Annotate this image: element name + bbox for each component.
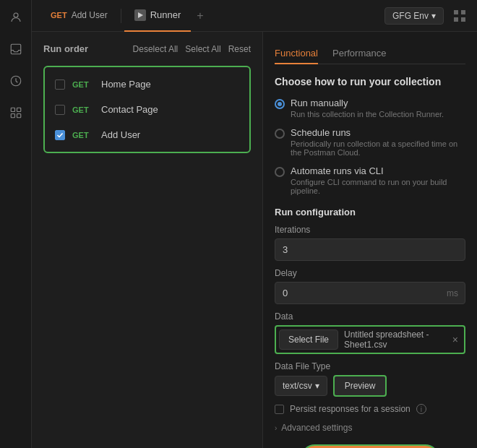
data-label: Data xyxy=(275,311,465,322)
schedule-runs-desc: Periodically run collection at a specifi… xyxy=(291,139,465,157)
method-badge-get: GET xyxy=(51,11,67,20)
env-selector[interactable]: GFG Env ▾ xyxy=(384,7,444,25)
persist-label: Persist responses for a session xyxy=(290,404,411,414)
tab-performance[interactable]: Performance xyxy=(332,43,386,64)
file-type-select[interactable]: text/csv ▾ xyxy=(275,376,327,396)
list-item[interactable]: GET Home Page xyxy=(51,73,244,95)
run-order-header: Run order Deselect All Select All Reset xyxy=(43,43,251,54)
file-name: Untitled spreadsheet - Sheet1.csv xyxy=(344,329,444,350)
list-item[interactable]: GET Add User xyxy=(51,124,244,146)
item2-method: GET xyxy=(72,105,94,114)
preview-button[interactable]: Preview xyxy=(333,375,387,397)
tab-functional[interactable]: Functional xyxy=(275,43,318,64)
schedule-runs-option[interactable]: Schedule runs Periodically run collectio… xyxy=(275,127,465,157)
svg-marker-7 xyxy=(138,12,143,18)
item2-checkbox[interactable] xyxy=(55,105,65,115)
tab-label: Add User xyxy=(72,10,108,20)
run-manually-desc: Run this collection in the Collection Ru… xyxy=(291,110,444,119)
run-manually-radio[interactable] xyxy=(275,99,285,109)
advanced-settings-label: Advanced settings xyxy=(281,423,352,433)
data-row: Select File Untitled spreadsheet - Sheet… xyxy=(275,325,465,354)
user-icon[interactable] xyxy=(6,7,26,27)
run-manually-option[interactable]: Run manually Run this collection in the … xyxy=(275,98,465,119)
file-type-row: text/csv ▾ Preview xyxy=(275,375,465,397)
items-list: GET Home Page GET Contact Page GET Add U… xyxy=(43,66,251,153)
inbox-icon[interactable] xyxy=(6,39,26,59)
svg-rect-8 xyxy=(454,10,458,14)
chevron-right-icon: › xyxy=(275,424,277,432)
svg-rect-6 xyxy=(17,114,20,118)
svg-rect-4 xyxy=(17,108,20,111)
automate-cli-radio[interactable] xyxy=(275,167,285,177)
automate-cli-option[interactable]: Automate runs via CLI Configure CLI comm… xyxy=(275,165,465,195)
runner-label: Runner xyxy=(150,9,181,20)
run-btn-wrapper: Run Geeks for Geeks xyxy=(275,444,465,448)
item3-checkbox[interactable] xyxy=(55,130,65,140)
svg-rect-10 xyxy=(454,17,458,22)
persist-checkbox[interactable] xyxy=(275,405,284,414)
svg-point-0 xyxy=(14,13,18,17)
delay-wrapper: ms xyxy=(275,282,465,304)
tabs: Functional Performance xyxy=(275,43,465,64)
left-panel: Run order Deselect All Select All Reset … xyxy=(32,32,263,448)
automate-cli-content: Automate runs via CLI Configure CLI comm… xyxy=(291,165,465,195)
automate-cli-desc: Configure CLI command to run on your bui… xyxy=(291,178,465,195)
run-manually-label: Run manually xyxy=(291,98,444,108)
env-arrow-icon: ▾ xyxy=(431,11,436,21)
tab-divider xyxy=(121,9,121,23)
list-item[interactable]: GET Contact Page xyxy=(51,98,244,121)
sidebar xyxy=(0,0,32,448)
delay-input[interactable] xyxy=(275,282,465,304)
run-collection-button[interactable]: Run Geeks for Geeks xyxy=(301,444,439,448)
right-panel: Functional Performance Choose how to run… xyxy=(263,32,477,448)
delay-unit: ms xyxy=(447,288,458,298)
svg-rect-3 xyxy=(11,108,14,111)
history-icon[interactable] xyxy=(6,71,26,91)
select-file-button[interactable]: Select File xyxy=(279,329,338,350)
svg-rect-1 xyxy=(11,44,21,54)
run-manually-content: Run manually Run this collection in the … xyxy=(291,98,444,119)
file-type-arrow-icon: ▾ xyxy=(315,381,319,391)
iterations-input[interactable] xyxy=(275,238,465,261)
topbar: GET Add User Runner + GFG Env ▾ xyxy=(32,0,477,32)
modules-icon[interactable] xyxy=(6,103,26,123)
persist-row: Persist responses for a session i xyxy=(275,404,465,414)
run-order-actions: Deselect All Select All Reset xyxy=(133,44,251,54)
data-file-type-label: Data File Type xyxy=(275,361,465,371)
delay-label: Delay xyxy=(275,268,465,278)
file-type-value: text/csv xyxy=(283,381,312,391)
svg-rect-11 xyxy=(461,17,465,22)
svg-rect-5 xyxy=(11,114,14,118)
iterations-label: Iterations xyxy=(275,225,465,235)
item1-checkbox[interactable] xyxy=(55,79,65,90)
schedule-runs-label: Schedule runs xyxy=(291,127,465,138)
automate-cli-label: Automate runs via CLI xyxy=(291,165,465,176)
content-area: Run order Deselect All Select All Reset … xyxy=(32,32,477,448)
schedule-runs-radio[interactable] xyxy=(275,129,285,139)
grid-icon[interactable] xyxy=(451,7,468,25)
advanced-settings-row[interactable]: › Advanced settings xyxy=(275,423,465,433)
item3-name: Add User xyxy=(101,129,140,140)
section-title: Choose how to run your collection xyxy=(275,76,465,87)
new-tab-button[interactable]: + xyxy=(191,0,209,32)
item1-name: Home Page xyxy=(101,79,151,90)
tab-get-add-user[interactable]: GET Add User xyxy=(40,0,118,32)
reset-button[interactable]: Reset xyxy=(228,44,251,54)
runner-icon xyxy=(134,9,146,21)
item1-method: GET xyxy=(72,80,94,89)
file-close-button[interactable]: × xyxy=(450,334,461,345)
item3-method: GET xyxy=(72,131,94,139)
run-config-title: Run configuration xyxy=(275,207,465,217)
deselect-all-button[interactable]: Deselect All xyxy=(133,44,179,54)
info-icon[interactable]: i xyxy=(416,404,426,414)
main-area: GET Add User Runner + GFG Env ▾ Run xyxy=(32,0,477,448)
run-order-title: Run order xyxy=(43,43,126,54)
item2-name: Contact Page xyxy=(101,104,158,115)
svg-rect-9 xyxy=(461,10,465,14)
schedule-runs-content: Schedule runs Periodically run collectio… xyxy=(291,127,465,157)
select-all-button[interactable]: Select All xyxy=(185,44,220,54)
runner-tab[interactable]: Runner xyxy=(124,0,192,32)
env-label: GFG Env xyxy=(392,11,429,21)
